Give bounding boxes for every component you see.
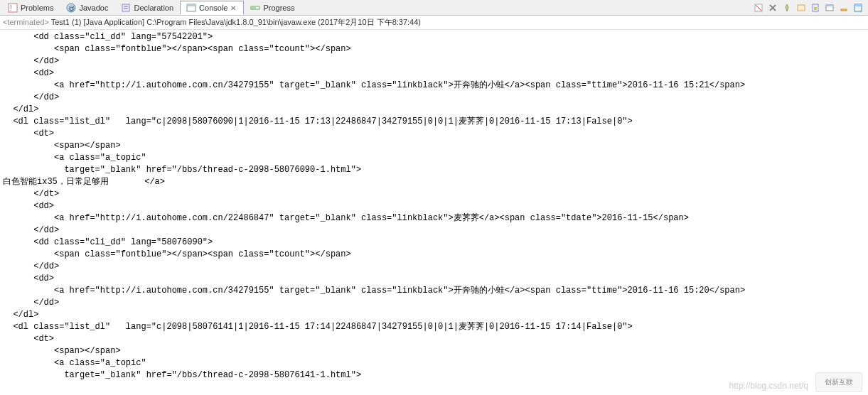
svg-rect-19	[826, 5, 833, 6]
svg-rect-4	[122, 4, 129, 11]
svg-text:@: @	[68, 5, 75, 12]
views-tab-bar: ! Problems @ Javadoc Declaration Console…	[0, 0, 868, 16]
clear-console-icon[interactable]	[753, 2, 764, 13]
tab-console[interactable]: Console ✕	[180, 1, 244, 15]
console-toolbar	[753, 2, 868, 13]
tab-label: Console	[199, 4, 227, 12]
svg-rect-22	[854, 4, 862, 6]
tab-declaration[interactable]: Declaration	[114, 1, 180, 15]
minimize-icon[interactable]	[838, 2, 850, 13]
close-icon[interactable]: ✕	[230, 4, 237, 11]
progress-icon	[250, 3, 260, 13]
javadoc-icon: @	[66, 3, 76, 13]
tab-label: Javadoc	[79, 4, 108, 12]
open-console-icon[interactable]	[824, 2, 835, 13]
declaration-icon	[121, 3, 131, 13]
tab-problems[interactable]: ! Problems	[1, 1, 60, 15]
pin-console-icon[interactable]	[781, 2, 793, 13]
console-output[interactable]: <dd class="cli_dd" lang="57542201"> <spa…	[0, 30, 868, 392]
tab-label: Problems	[21, 4, 53, 12]
logo-text: 创新互联	[825, 377, 853, 387]
svg-rect-15	[798, 5, 805, 11]
launch-description: Test1 (1) [Java Application] C:\Program …	[49, 18, 421, 26]
tab-label: Declaration	[134, 4, 173, 12]
svg-rect-17	[814, 7, 817, 10]
tab-progress[interactable]: Progress	[244, 1, 301, 15]
problems-icon: !	[8, 3, 18, 13]
svg-rect-8	[187, 4, 195, 6]
maximize-icon[interactable]	[852, 2, 864, 13]
scroll-lock-icon[interactable]	[810, 2, 821, 13]
terminated-label: <terminated>	[3, 18, 49, 26]
svg-text:!: !	[10, 4, 12, 12]
tab-label: Progress	[263, 4, 294, 12]
svg-rect-20	[841, 9, 847, 11]
logo-badge: 创新互联	[815, 372, 862, 392]
console-header: <terminated> Test1 (1) [Java Application…	[0, 16, 868, 30]
remove-all-terminated-icon[interactable]	[767, 2, 778, 13]
tab-javadoc[interactable]: @ Javadoc	[60, 1, 114, 15]
svg-rect-10	[251, 6, 256, 9]
console-icon	[186, 3, 196, 13]
display-selected-icon[interactable]	[795, 2, 807, 13]
watermark-text: http://blog.csdn.net/q	[729, 381, 808, 391]
